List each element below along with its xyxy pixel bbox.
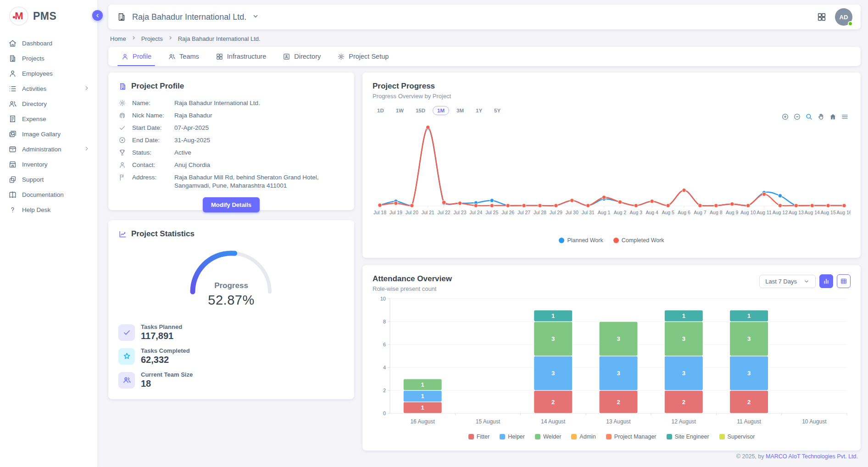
apps-grid-button[interactable]: [817, 12, 827, 22]
tab-directory[interactable]: Directory: [274, 47, 329, 66]
chevron-down-icon: [803, 278, 810, 284]
main-content: Raja Bahadur International Ltd. AD Home …: [97, 0, 868, 467]
svg-text:6: 6: [383, 342, 386, 347]
svg-text:Progress: Progress: [214, 281, 248, 290]
reset-home-icon[interactable]: [829, 113, 837, 121]
sidebar-item-image-gallery[interactable]: Image Gallary: [5, 127, 94, 142]
svg-text:1: 1: [421, 393, 424, 400]
table-view-button[interactable]: [837, 274, 851, 288]
bar-chart-icon: [823, 278, 830, 285]
svg-text:3: 3: [551, 370, 555, 377]
svg-text:2: 2: [383, 388, 386, 393]
sidebar-item-directory[interactable]: Directory: [5, 96, 94, 111]
project-statistics-card: Project Statistics Progress 52.87% Tasks…: [108, 220, 354, 399]
sidebar-item-employees[interactable]: Employees: [5, 66, 94, 81]
svg-text:Aug 12: Aug 12: [773, 210, 788, 215]
field-status: Status: Active: [118, 149, 344, 157]
svg-text:1: 1: [421, 381, 424, 388]
company-name: Raja Bahadur International Ltd.: [132, 12, 246, 22]
svg-text:2: 2: [617, 399, 620, 406]
app-logo[interactable]: M PMS: [0, 0, 97, 33]
bar-view-button[interactable]: [819, 274, 833, 288]
sidebar-item-dashboard[interactable]: Dashboard: [5, 36, 94, 51]
svg-text:Jul 28: Jul 28: [534, 210, 546, 215]
legend-item-admin[interactable]: Admin: [571, 434, 595, 440]
date-range-select[interactable]: Last 7 Days: [759, 275, 816, 288]
stat-tasks-planned: Tasks Planned 117,891: [118, 323, 344, 341]
range-button-1y[interactable]: 1Y: [471, 106, 487, 115]
storefront-icon: [8, 160, 17, 169]
legend-item-welder[interactable]: Welder: [535, 434, 561, 440]
svg-text:Jul 25: Jul 25: [485, 210, 498, 215]
range-button-1w[interactable]: 1W: [391, 106, 408, 115]
svg-text:3: 3: [747, 335, 751, 342]
legend-item-helper[interactable]: Helper: [500, 434, 525, 440]
tab-infrastructure[interactable]: Infrastructure: [207, 47, 274, 66]
svg-text:13 August: 13 August: [606, 418, 631, 425]
progress-percentage: 52.87%: [208, 293, 254, 308]
svg-text:Jul 22: Jul 22: [438, 210, 451, 215]
logo-icon: M: [9, 6, 28, 26]
svg-text:3: 3: [747, 370, 751, 377]
legend-item-completed-work[interactable]: Completed Work: [613, 237, 664, 244]
gear-icon: [118, 99, 132, 107]
sidebar-item-administration[interactable]: Administration: [5, 142, 94, 157]
home-icon: [8, 39, 17, 48]
range-button-1m[interactable]: 1M: [433, 106, 449, 115]
receipt-icon: [8, 115, 17, 123]
modify-details-button[interactable]: Modify Details: [203, 197, 260, 212]
star-icon: [118, 348, 135, 365]
table-icon: [840, 278, 847, 285]
breadcrumb-projects[interactable]: Projects: [141, 35, 163, 42]
sidebar-item-help-desk[interactable]: Help Desk: [5, 202, 94, 217]
footer-company-link[interactable]: MARCO AIoT Technologies Pvt. Ltd.: [766, 453, 858, 460]
grid-icon: [817, 12, 827, 22]
chevron-right-icon: [83, 85, 90, 93]
menu-icon[interactable]: [841, 113, 849, 121]
svg-text:Aug 15: Aug 15: [820, 210, 835, 215]
svg-text:Aug 4: Aug 4: [646, 210, 659, 215]
legend-item-fitter[interactable]: Fitter: [468, 434, 490, 440]
range-button-15d[interactable]: 15D: [411, 106, 430, 115]
svg-text:1: 1: [421, 404, 424, 411]
tab-project-setup[interactable]: Project Setup: [329, 47, 397, 66]
sidebar-collapse-button[interactable]: [92, 10, 103, 21]
company-selector[interactable]: Raja Bahadur International Ltd.: [117, 12, 259, 22]
svg-text:Aug 3: Aug 3: [630, 210, 643, 215]
svg-text:2: 2: [551, 399, 555, 406]
sidebar-item-support[interactable]: Support: [5, 172, 94, 187]
check-icon: [118, 324, 135, 341]
svg-text:10 August: 10 August: [802, 418, 827, 425]
sidebar-item-activities[interactable]: Activities: [5, 81, 94, 96]
zoom-out-icon[interactable]: [793, 113, 801, 121]
sidebar-item-projects[interactable]: Projects: [5, 51, 94, 66]
breadcrumb-home[interactable]: Home: [110, 35, 126, 42]
selection-zoom-icon[interactable]: [805, 113, 813, 121]
legend-item-supervisor[interactable]: Supervisor: [719, 434, 755, 440]
range-button-5y[interactable]: 5Y: [490, 106, 505, 115]
trophy-icon: [118, 149, 132, 157]
tab-profile[interactable]: Profile: [113, 47, 160, 66]
pan-icon[interactable]: [817, 113, 825, 121]
legend-item-planned-work[interactable]: Planned Work: [559, 237, 603, 244]
range-button-1d[interactable]: 1D: [373, 106, 389, 115]
svg-text:Jul 27: Jul 27: [517, 210, 530, 215]
tab-teams[interactable]: Teams: [160, 47, 207, 66]
svg-text:Jul 29: Jul 29: [550, 210, 562, 215]
svg-text:Jul 26: Jul 26: [501, 210, 514, 215]
copy-icon: [8, 175, 17, 184]
line-chart-legend: Planned WorkCompleted Work: [373, 237, 851, 244]
field-contact: Contact: Anuj Chordia: [118, 161, 344, 169]
field-address: Address: Raja Bahadur Mill Rd, behind Sh…: [118, 173, 344, 190]
sidebar-item-expense[interactable]: Expense: [5, 111, 94, 127]
svg-text:12 August: 12 August: [672, 418, 696, 425]
range-button-3m[interactable]: 3M: [452, 106, 468, 115]
user-avatar[interactable]: AD: [835, 8, 852, 26]
legend-item-project-manager[interactable]: Project Manager: [606, 434, 657, 440]
sidebar-item-documentation[interactable]: Documentation: [5, 187, 94, 202]
zoom-in-icon[interactable]: [781, 113, 789, 121]
legend-item-site-engineer[interactable]: Site Engineer: [667, 434, 709, 440]
contact-card-icon: [283, 53, 290, 61]
svg-text:Aug 6: Aug 6: [678, 210, 690, 215]
sidebar-item-inventory[interactable]: Inventory: [5, 157, 94, 172]
